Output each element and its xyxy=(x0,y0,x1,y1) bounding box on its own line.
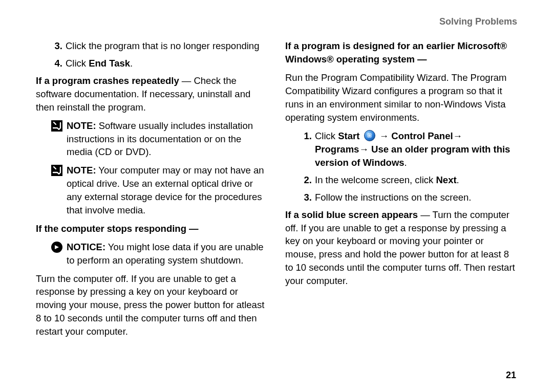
note-label: NOTE: xyxy=(67,120,96,131)
start-label: Start xyxy=(338,130,359,141)
right-step-3: 3. Follow the instructions on the screen… xyxy=(301,191,517,204)
note-label: NOTE: xyxy=(67,165,96,176)
para-blue: If a solid blue screen appears — Turn th… xyxy=(285,208,517,288)
step-number: 3. xyxy=(301,191,312,204)
para-crashes: If a program crashes repeatedly — Check … xyxy=(36,74,268,114)
cp-label: Control Panel xyxy=(391,130,453,141)
right-column: If a program is designed for an earlier … xyxy=(285,39,517,343)
r1-post: . xyxy=(405,157,407,168)
arrow3: → xyxy=(359,144,371,155)
right-step-list: 1. Click Start ⊞ → Control Panel→ Progra… xyxy=(301,129,517,204)
programs-label: Programs xyxy=(315,144,359,155)
crashes-bold: If a program crashes repeatedly xyxy=(36,75,179,86)
next-bold: Next xyxy=(436,175,456,185)
document-page: Solving Problems 3. Click the program th… xyxy=(0,0,553,343)
right-step-1: 1. Click Start ⊞ → Control Panel→ Progra… xyxy=(301,129,517,169)
para-turnoff: Turn the computer off. If you are unable… xyxy=(36,272,268,338)
para-wizard: Run the Program Compatibility Wizard. Th… xyxy=(285,71,517,124)
r1-pre: Click xyxy=(315,130,338,141)
notice-icon xyxy=(51,242,62,253)
left-column: 3. Click the program that is no longer r… xyxy=(36,39,268,343)
note-1: NOTE: Software usually includes installa… xyxy=(51,119,268,159)
blue-rest: — Turn the computer off. If you are unab… xyxy=(285,209,515,286)
text-bold: End Task xyxy=(89,58,130,69)
earlier-bold: If a program is designed for an earlier … xyxy=(285,40,507,64)
arrow1: → xyxy=(379,130,392,141)
step-number: 2. xyxy=(301,173,312,187)
notice-label: NOTICE: xyxy=(67,242,105,252)
windows-start-orb-icon: ⊞ xyxy=(364,130,375,141)
page-number: 21 xyxy=(506,369,516,382)
two-column-layout: 3. Click the program that is no longer r… xyxy=(36,39,517,343)
stops-bold: If the computer stops responding — xyxy=(36,223,199,234)
notice-block: NOTICE: You might lose data if you are u… xyxy=(51,241,268,267)
right-step-2: 2. In the welcome screen, click Next. xyxy=(301,173,517,187)
step-list-continued: 3. Click the program that is no longer r… xyxy=(51,39,268,70)
note-body: NOTE: Your computer may or may not have … xyxy=(67,164,268,217)
step-4: 4. Click End Task. xyxy=(51,57,268,70)
step-text: Follow the instructions on the screen. xyxy=(315,191,517,204)
para-stops: If the computer stops responding — xyxy=(36,222,268,235)
step-number: 4. xyxy=(51,57,62,70)
note-text: Your computer may or may not have an opt… xyxy=(67,165,264,215)
note-icon xyxy=(51,165,62,176)
step-text: Click End Task. xyxy=(66,57,268,70)
step-text: Click the program that is no longer resp… xyxy=(66,39,268,53)
step-text: Click Start ⊞ → Control Panel→ Programs→… xyxy=(315,129,517,169)
page-header: Solving Problems xyxy=(36,15,517,28)
note-block: NOTE: Software usually includes installa… xyxy=(51,119,268,217)
step-number: 3. xyxy=(51,39,62,53)
note-icon xyxy=(51,120,62,132)
text-post: . xyxy=(130,58,133,69)
text-pre: Click xyxy=(66,58,89,69)
step-number: 1. xyxy=(301,129,312,169)
notice-body: NOTICE: You might lose data if you are u… xyxy=(67,241,268,267)
notice-row: NOTICE: You might lose data if you are u… xyxy=(51,241,268,267)
blue-bold: If a solid blue screen appears xyxy=(285,209,418,220)
r2-post: . xyxy=(457,175,459,185)
step-3: 3. Click the program that is no longer r… xyxy=(51,39,268,53)
arrow2: → xyxy=(453,130,463,141)
step-text: In the welcome screen, click Next. xyxy=(315,173,517,187)
r2-pre: In the welcome screen, click xyxy=(315,175,436,185)
note-body: NOTE: Software usually includes installa… xyxy=(67,119,268,159)
para-earlier: If a program is designed for an earlier … xyxy=(285,39,517,66)
note-2: NOTE: Your computer may or may not have … xyxy=(51,164,268,217)
